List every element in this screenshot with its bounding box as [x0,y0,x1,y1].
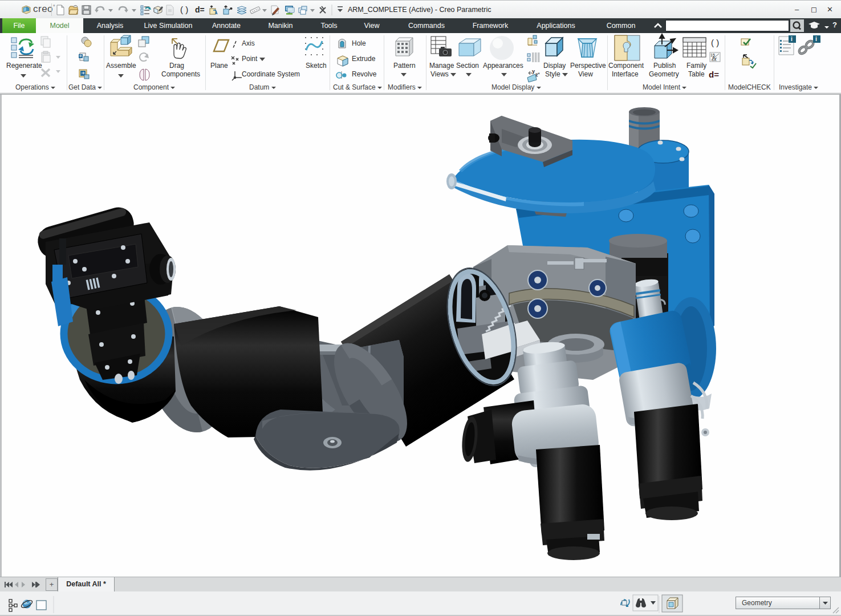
svg-text:Interface: Interface [612,70,639,78]
svg-text:View: View [578,70,593,78]
svg-text:i: i [815,36,817,42]
svg-text:Section: Section [456,62,479,70]
svg-text:Display: Display [543,62,566,70]
svg-text:Point: Point [242,55,258,63]
svg-text:y: y [532,68,535,74]
svg-text:Geometry: Geometry [649,70,679,78]
svg-text:Revolve: Revolve [352,70,377,78]
svg-text:Manage: Manage [429,62,454,70]
svg-text:Perspective: Perspective [570,62,606,70]
svg-text:Table: Table [688,70,705,78]
svg-text:Drag: Drag [169,62,184,70]
svg-text:Component: Component [608,62,644,70]
svg-text:Sketch: Sketch [306,62,327,70]
svg-text:Assemble: Assemble [106,62,136,70]
svg-text:Pattern: Pattern [393,62,416,70]
svg-text:i: i [791,36,793,42]
svg-text:d=: d= [709,70,719,79]
svg-text:Family: Family [686,62,706,70]
svg-text:Axis: Axis [242,39,255,47]
svg-text:Views: Views [430,70,449,78]
svg-text:Plane: Plane [210,62,228,70]
svg-text:Appearances: Appearances [483,62,523,70]
svg-text:( ): ( ) [180,5,188,14]
svg-text:Hole: Hole [352,39,366,47]
svg-text:d=: d= [195,5,205,14]
svg-text:Extrude: Extrude [352,55,376,63]
svg-text:Publish: Publish [653,62,676,70]
svg-text:Coordinate System: Coordinate System [242,70,300,78]
svg-text:( ): ( ) [711,38,719,47]
svg-text:Style: Style [545,70,560,78]
svg-text:Components: Components [161,70,200,78]
svg-text:Regenerate: Regenerate [6,62,42,70]
